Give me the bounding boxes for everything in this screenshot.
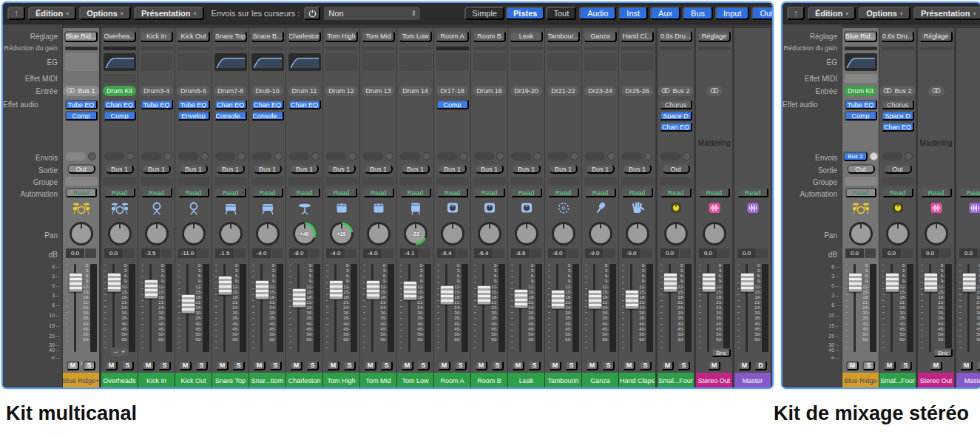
plugin-slot[interactable]: Chan EQ	[288, 100, 321, 109]
solo-button[interactable]: S	[306, 361, 319, 370]
group-slot[interactable]	[621, 177, 654, 186]
output-slot[interactable]: Bus 1	[401, 164, 430, 174]
channel-setting-button[interactable]: Hand Cl...	[621, 31, 654, 42]
plugin-slot[interactable]: Chan EQ	[104, 100, 136, 109]
pan-knob[interactable]	[925, 222, 948, 245]
eq-display[interactable]	[621, 53, 654, 71]
filter-audio[interactable]: Audio	[579, 7, 616, 20]
input-slot[interactable]: Dr23-24	[584, 86, 616, 96]
send-level-knob[interactable]	[348, 152, 356, 160]
group-slot[interactable]	[214, 177, 247, 186]
pan-knob[interactable]	[849, 222, 873, 245]
menu-presentation[interactable]: Présentation▾	[913, 7, 980, 20]
input-slot[interactable]: Dr25-26	[621, 86, 653, 96]
master-icon[interactable]	[745, 201, 761, 218]
group-slot[interactable]	[141, 177, 173, 186]
snare-icon[interactable]	[223, 201, 239, 218]
plugin-slot[interactable]: Comp	[436, 100, 469, 109]
view-mode-tout[interactable]: Tout	[546, 7, 576, 20]
volume-value[interactable]: 0.0	[882, 248, 901, 258]
volume-value[interactable]: 0.0	[737, 248, 756, 258]
solo-button[interactable]: S	[121, 361, 134, 370]
channel-setting-button[interactable]: Room B	[473, 31, 506, 42]
channel-setting-button[interactable]: Tambour...	[547, 31, 580, 42]
hihat-icon[interactable]	[297, 201, 313, 218]
track-name[interactable]: Room A	[434, 373, 470, 387]
pan-knob[interactable]	[367, 222, 391, 245]
track-name[interactable]: Blue Ridge+	[63, 373, 99, 387]
solo-button[interactable]: S	[677, 361, 690, 370]
input-slot[interactable]: Drum 11	[288, 86, 321, 96]
eq-display[interactable]	[325, 53, 358, 71]
track-name[interactable]: Blue Ridge	[842, 373, 879, 387]
group-slot[interactable]	[547, 177, 580, 186]
mute-button[interactable]: M	[327, 361, 339, 370]
volume-value[interactable]: -9.0	[585, 248, 604, 258]
plugin-slot[interactable]: Chorus	[660, 100, 692, 109]
output-slot[interactable]: Bus 1	[512, 164, 541, 174]
channel-setting-button[interactable]: Kick In	[140, 31, 173, 42]
dim-button[interactable]: D	[976, 361, 980, 370]
send-slot[interactable]	[289, 152, 309, 160]
pan-knob[interactable]: +29	[330, 222, 354, 245]
volume-value[interactable]: 0.0	[104, 248, 123, 258]
input-slot[interactable]: Drum5-6	[177, 86, 210, 96]
output-slot[interactable]: Bus 1	[475, 164, 504, 174]
automation-mode-button[interactable]: Read	[699, 188, 730, 197]
send-slot[interactable]	[548, 152, 568, 160]
sends-on-faders-select[interactable]: Non▲▼	[324, 7, 420, 20]
send-slot[interactable]	[474, 152, 494, 160]
group-slot[interactable]	[251, 177, 284, 186]
input-slot[interactable]: Bus 2	[879, 86, 915, 96]
send-level-knob[interactable]	[88, 152, 96, 160]
plugin-slot[interactable]: Chan EQ	[214, 100, 247, 109]
eq-display[interactable]	[141, 53, 173, 71]
channel-setting-button[interactable]: Room A	[436, 31, 469, 42]
solo-button[interactable]: S	[491, 361, 504, 370]
group-slot[interactable]	[178, 177, 210, 186]
menu-edition[interactable]: Édition▾	[808, 7, 856, 20]
volume-value[interactable]: -1.5	[215, 248, 234, 258]
volume-value[interactable]: 0.0	[699, 248, 717, 258]
eq-display[interactable]	[178, 53, 210, 71]
automation-mode-button[interactable]: Read	[104, 188, 135, 197]
mute-button[interactable]: M	[253, 361, 266, 370]
track-name[interactable]: Stereo Out	[696, 373, 732, 387]
plugin-slot[interactable]: Console...	[214, 111, 247, 121]
automation-mode-button[interactable]: Read	[921, 188, 952, 197]
output-slot[interactable]: Bus 1	[549, 164, 578, 174]
plugin-slot[interactable]: Comp	[845, 111, 877, 121]
floor-tom-icon[interactable]	[408, 201, 424, 218]
send-level-knob[interactable]	[683, 152, 691, 160]
pan-knob[interactable]	[664, 222, 688, 245]
output-slot[interactable]: Bus 1	[327, 164, 356, 174]
mute-button[interactable]: M	[364, 361, 376, 370]
solo-button[interactable]: S	[269, 361, 282, 370]
output-slot[interactable]: Bus 1	[438, 164, 467, 174]
output-slot[interactable]: Bus 1	[364, 164, 393, 174]
volume-value[interactable]: -6.4	[474, 248, 493, 258]
mute-button[interactable]: M	[401, 361, 413, 370]
pan-knob[interactable]	[219, 222, 243, 245]
send-level-knob[interactable]	[200, 152, 209, 160]
volume-value[interactable]: 0.0	[921, 248, 939, 258]
channel-setting-button[interactable]: Tom Mid	[362, 31, 395, 42]
mute-button[interactable]: M	[290, 361, 303, 370]
send-level-knob[interactable]	[607, 152, 615, 160]
menu-options[interactable]: Options▾	[79, 7, 131, 20]
group-slot[interactable]	[660, 177, 692, 186]
back-up-arrow-icon[interactable]: ↑	[787, 7, 805, 20]
input-slot[interactable]: Drum7-8	[214, 86, 247, 96]
pan-knob[interactable]	[552, 222, 575, 245]
send-slot[interactable]	[104, 152, 124, 160]
channel-setting-button[interactable]: Réglage	[919, 31, 953, 42]
dim-button[interactable]: D	[754, 361, 767, 370]
channel-setting-button[interactable]: Leak	[510, 31, 543, 42]
solo-button[interactable]: S	[195, 361, 208, 370]
automation-mode-button[interactable]: Read	[178, 188, 209, 197]
mute-button[interactable]: M	[438, 361, 450, 370]
solo-button[interactable]: S	[899, 361, 912, 370]
pan-knob[interactable]	[145, 222, 169, 245]
group-slot[interactable]	[399, 177, 432, 186]
volume-value[interactable]: -6.4	[437, 248, 456, 258]
